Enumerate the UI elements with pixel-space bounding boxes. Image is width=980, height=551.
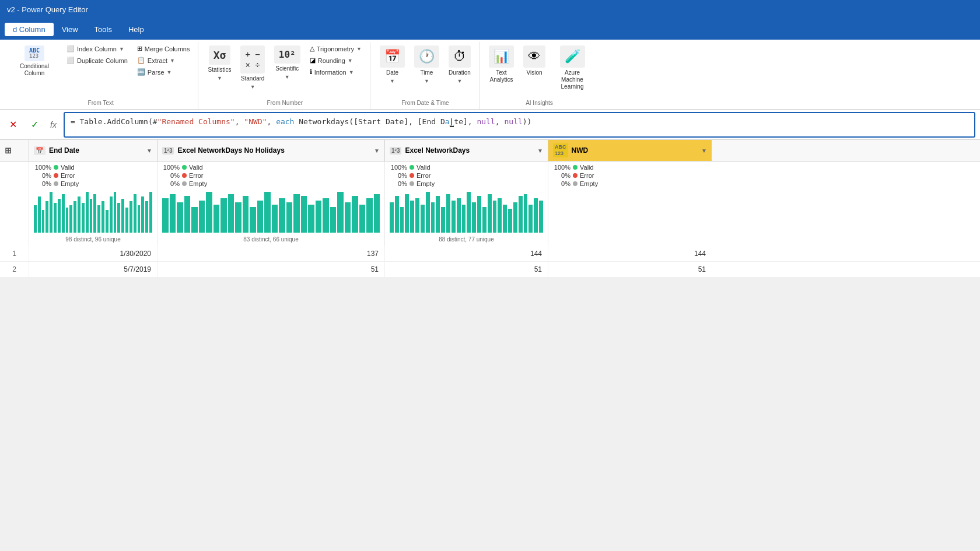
ribbon-group-from-date: 📅 Date ▼ 🕐 Time ▼ ⏱ Duration ▼ From Date… bbox=[372, 42, 480, 109]
network-days-empty-dot bbox=[410, 181, 414, 186]
row-1-no-holidays: 137 bbox=[158, 246, 385, 261]
ribbon-col-merge: ⊞ Merge Columns 📋 Extract ▼ 🔤 Parse ▼ bbox=[134, 43, 194, 78]
table-row: 2 5/7/2019 51 51 51 bbox=[0, 262, 980, 278]
duration-label: Duration bbox=[449, 69, 471, 76]
no-holidays-chart bbox=[162, 188, 380, 235]
row-1-nwd: 144 bbox=[548, 246, 712, 261]
from-number-label: From Number bbox=[204, 98, 365, 108]
stats-no-holidays: 100% Valid 0% Error 0% Empty 83 distinct… bbox=[158, 162, 385, 246]
no-holidays-error-dot bbox=[182, 173, 187, 178]
row-2-end-date: 5/7/2019 bbox=[29, 262, 158, 277]
duration-button[interactable]: ⏱ Duration ▼ bbox=[445, 43, 474, 86]
end-date-empty-pct: 0% bbox=[34, 180, 51, 187]
menu-bar: d Column View Tools Help bbox=[0, 19, 980, 40]
end-date-valid-dot bbox=[54, 165, 58, 170]
ribbon-col-index: ⬜ Index Column ▼ ⬜ Duplicate Column bbox=[63, 43, 131, 66]
standard-label: Standard bbox=[241, 75, 265, 82]
end-date-error-dot bbox=[54, 173, 58, 178]
col-header-end-date[interactable]: 📅 End Date ▼ bbox=[29, 140, 158, 161]
end-date-header-label: End Date bbox=[49, 146, 79, 155]
no-holidays-type-icon: 1²3 bbox=[162, 147, 174, 155]
formula-input[interactable]: = Table.AddColumn(#"Renamed Columns", "N… bbox=[64, 112, 975, 138]
row-2-no-holidays: 51 bbox=[158, 262, 385, 277]
formula-bar: ✕ ✓ fx = Table.AddColumn(#"Renamed Colum… bbox=[0, 110, 980, 140]
col-header-nwd[interactable]: ABC123 NWD ▼ bbox=[548, 140, 712, 161]
standard-button[interactable]: + − × ÷ Standard ▼ bbox=[237, 43, 268, 92]
time-label: Time bbox=[421, 69, 433, 76]
row-2-network-days: 51 bbox=[385, 262, 548, 277]
menu-item-view[interactable]: View bbox=[54, 23, 86, 36]
row-2-nwd: 51 bbox=[548, 262, 712, 277]
nwd-valid-pct: 100% bbox=[553, 164, 570, 171]
rounding-label: Rounding bbox=[318, 57, 345, 64]
information-label: Information bbox=[314, 69, 346, 76]
azure-ml-button[interactable]: 🧪 Azure MachineLearning bbox=[551, 43, 593, 93]
parse-button[interactable]: 🔤 Parse ▼ bbox=[134, 66, 194, 78]
network-days-error-label: Error bbox=[416, 172, 543, 179]
network-days-error-pct: 0% bbox=[390, 172, 407, 179]
network-days-distinct: 88 distinct, 77 unique bbox=[390, 235, 543, 244]
conditional-column-button[interactable]: ABC 123 Conditional Column bbox=[8, 43, 61, 79]
no-holidays-valid-dot bbox=[182, 165, 187, 170]
formula-confirm-button[interactable]: ✓ bbox=[26, 117, 43, 132]
end-date-dropdown[interactable]: ▼ bbox=[146, 148, 152, 154]
no-holidays-dropdown[interactable]: ▼ bbox=[374, 148, 380, 154]
ribbon-group-from-text: ABC 123 Conditional Column ⬜ Index Colum… bbox=[4, 42, 198, 109]
azure-ml-label: Azure MachineLearning bbox=[555, 69, 590, 90]
duplicate-column-button[interactable]: ⬜ Duplicate Column bbox=[63, 55, 131, 66]
nwd-dropdown[interactable]: ▼ bbox=[701, 148, 707, 154]
menu-item-add-column[interactable]: d Column bbox=[5, 23, 54, 36]
no-holidays-error-pct: 0% bbox=[162, 172, 180, 179]
trigonometry-label: Trigonometry bbox=[317, 45, 354, 52]
menu-item-tools[interactable]: Tools bbox=[86, 23, 120, 36]
nwd-error-pct: 0% bbox=[553, 172, 570, 179]
stats-end-date: 100% Valid 0% Error 0% Empty 98 distinct… bbox=[29, 162, 158, 246]
date-label: Date bbox=[386, 69, 398, 76]
col-header-no-holidays[interactable]: 1²3 Excel NetworkDays No Holidays ▼ bbox=[158, 140, 385, 161]
end-date-valid-label: Valid bbox=[61, 164, 152, 171]
rounding-button[interactable]: ◪ Rounding ▼ bbox=[306, 55, 365, 66]
scientific-button[interactable]: 10² Scientific ▼ bbox=[271, 43, 304, 82]
network-days-empty-label: Empty bbox=[416, 180, 543, 187]
no-holidays-valid-pct: 100% bbox=[162, 164, 180, 171]
end-date-valid-pct: 100% bbox=[34, 164, 51, 171]
network-days-dropdown[interactable]: ▼ bbox=[537, 148, 543, 154]
end-date-error-label: Error bbox=[61, 172, 152, 179]
row-num-2: 2 bbox=[0, 262, 29, 277]
information-button[interactable]: ℹ Information ▼ bbox=[306, 66, 365, 78]
network-days-type-icon: 1²3 bbox=[390, 147, 401, 155]
trigonometry-button[interactable]: △ Trigonometry ▼ bbox=[306, 43, 365, 54]
formula-cancel-button[interactable]: ✕ bbox=[5, 117, 22, 132]
conditional-column-label: Conditional Column bbox=[17, 63, 52, 77]
ai-insights-label: AI Insights bbox=[485, 98, 593, 108]
index-column-button[interactable]: ⬜ Index Column ▼ bbox=[63, 43, 131, 54]
row-num-1: 1 bbox=[0, 246, 29, 261]
extract-button[interactable]: 📋 Extract ▼ bbox=[134, 55, 194, 66]
col-header-rownum: ⊞ bbox=[0, 140, 29, 161]
menu-item-help[interactable]: Help bbox=[120, 23, 152, 36]
nwd-error-dot bbox=[573, 173, 578, 178]
nwd-valid-label: Valid bbox=[580, 164, 707, 171]
text-analytics-button[interactable]: 📊 TextAnalytics bbox=[485, 43, 517, 86]
data-area: ⊞ 📅 End Date ▼ 1²3 Excel NetworkDays No … bbox=[0, 140, 980, 278]
date-button[interactable]: 📅 Date ▼ bbox=[376, 43, 408, 86]
extract-label: Extract bbox=[148, 57, 167, 64]
time-button[interactable]: 🕐 Time ▼ bbox=[411, 43, 443, 86]
no-holidays-valid-label: Valid bbox=[189, 164, 380, 171]
title-bar: v2 - Power Query Editor bbox=[0, 0, 980, 19]
merge-columns-button[interactable]: ⊞ Merge Columns bbox=[134, 43, 194, 54]
no-holidays-empty-label: Empty bbox=[189, 180, 380, 187]
vision-button[interactable]: 👁 Vision bbox=[520, 43, 549, 79]
fx-label[interactable]: fx bbox=[48, 118, 59, 132]
col-header-network-days[interactable]: 1²3 Excel NetworkDays ▼ bbox=[385, 140, 548, 161]
stats-network-days: 100% Valid 0% Error 0% Empty 88 distinct… bbox=[385, 162, 548, 246]
network-days-valid-dot bbox=[410, 165, 414, 170]
nwd-empty-dot bbox=[573, 181, 578, 186]
from-date-label: From Date & Time bbox=[376, 98, 474, 108]
ribbon-col-trig: △ Trigonometry ▼ ◪ Rounding ▼ ℹ Informat… bbox=[306, 43, 365, 78]
end-date-empty-label: Empty bbox=[61, 180, 152, 187]
row-1-end-date: 1/30/2020 bbox=[29, 246, 158, 261]
statistics-button[interactable]: Xσ Statistics ▼ bbox=[204, 43, 235, 83]
network-days-empty-pct: 0% bbox=[390, 180, 407, 187]
data-rows: 1 1/30/2020 137 144 144 2 5/7/2019 51 51… bbox=[0, 246, 980, 278]
